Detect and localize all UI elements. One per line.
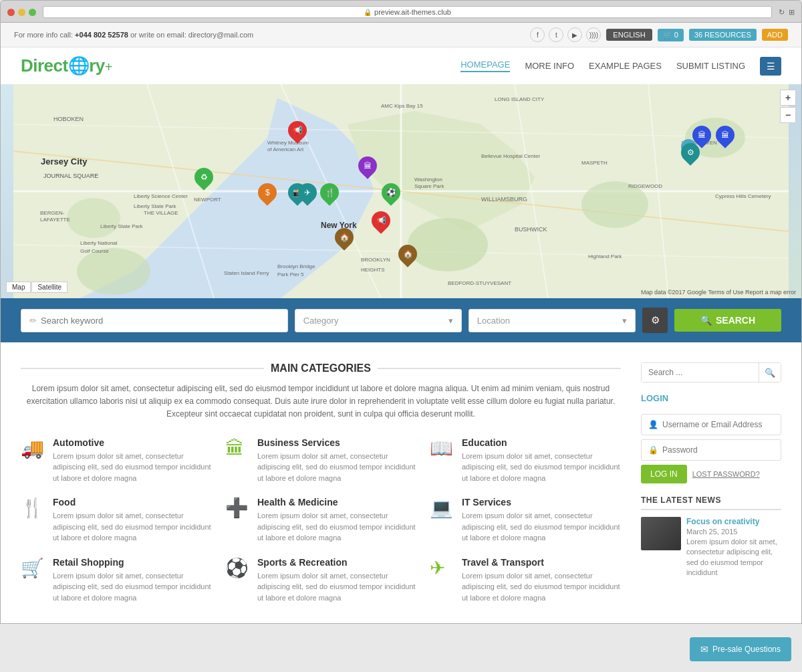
it-title: IT Services [462, 497, 621, 508]
language-button[interactable]: ENGLISH [606, 29, 652, 41]
satellite-view-button[interactable]: Satellite [31, 282, 68, 293]
address-bar[interactable]: 🔒 preview.ait-themes.club [43, 6, 772, 18]
category-dropdown[interactable]: Category ▾ [295, 309, 462, 332]
svg-text:MASPETH: MASPETH [581, 160, 608, 166]
login-section-title: LOGIN [641, 393, 781, 406]
maximize-dot[interactable] [29, 9, 36, 16]
zoom-out-button[interactable]: − [780, 107, 796, 123]
pin-icon: ✈ [304, 188, 311, 197]
svg-text:Liberty State Park: Liberty State Park [134, 203, 177, 209]
sidebar-search-button[interactable]: 🔍 [759, 363, 781, 382]
svg-text:BROOKLYN: BROOKLYN [361, 257, 390, 263]
svg-text:AMC Kips Bay 15: AMC Kips Bay 15 [381, 103, 423, 109]
svg-text:LONG ISLAND CITY: LONG ISLAND CITY [495, 96, 545, 102]
map-view-button[interactable]: Map [6, 282, 31, 293]
svg-text:BEDFORD-STUYVESANT: BEDFORD-STUYVESANT [448, 280, 511, 286]
browser-more[interactable]: ⊞ [789, 8, 795, 17]
category-retail[interactable]: 🛒 Retail Shopping Lorem ipsum dolor sit … [21, 557, 212, 604]
search-button[interactable]: 🔍 SEARCH [674, 309, 781, 332]
header: Direct🌐ry+ HOMEPAGE MORE INFO EXAMPLE PA… [1, 47, 801, 84]
hamburger-menu-button[interactable]: ☰ [760, 57, 781, 76]
food-icon: 🍴 [21, 497, 45, 519]
business-icon: 🏛 [225, 437, 249, 459]
category-automotive[interactable]: 🚚 Automotive Lorem ipsum dolor sit amet,… [21, 437, 212, 484]
sports-icon: ⚽ [225, 557, 249, 579]
keyword-search-input[interactable]: ✏ [21, 309, 288, 332]
password-input[interactable] [662, 445, 774, 455]
category-health[interactable]: ➕ Health & Medicine Lorem ipsum dolor si… [225, 497, 416, 544]
svg-text:LAFAYETTE: LAFAYETTE [40, 217, 70, 223]
pin-icon: 📢 [293, 126, 303, 135]
search-bar: ✏ Category ▾ Location ▾ ⚙ 🔍 SEARCH [1, 298, 801, 342]
youtube-icon[interactable]: ▶ [567, 27, 582, 42]
news-thumbnail[interactable] [641, 517, 681, 550]
user-icon: 👤 [648, 420, 658, 429]
travel-title: Travel & Transport [462, 557, 621, 568]
advanced-search-button[interactable]: ⚙ [642, 308, 668, 333]
svg-text:Liberty National: Liberty National [80, 240, 118, 246]
category-education[interactable]: 📖 Education Lorem ipsum dolor sit amet, … [430, 437, 621, 484]
category-food[interactable]: 🍴 Food Lorem ipsum dolor sit amet, conse… [21, 497, 212, 544]
close-dot[interactable] [7, 9, 15, 16]
category-business[interactable]: 🏛 Business Services Lorem ipsum dolor si… [225, 437, 416, 484]
map-attribution: Map data ©2017 Google Terms of Use Repor… [641, 289, 796, 296]
svg-text:THE VILLAGE: THE VILLAGE [144, 210, 178, 216]
svg-text:HOBOKEN: HOBOKEN [53, 116, 84, 122]
category-travel[interactable]: ✈ Travel & Transport Lorem ipsum dolor s… [430, 557, 621, 604]
logo-plus: + [105, 60, 112, 74]
main-content: MAIN CATEGORIES Lorem ipsum dolor sit am… [1, 342, 801, 623]
facebook-icon[interactable]: f [530, 27, 545, 42]
zoom-in-button[interactable]: + [780, 90, 796, 106]
username-input[interactable] [662, 420, 774, 429]
sidebar-search[interactable]: 🔍 [641, 362, 781, 382]
cart-button[interactable]: 🛒 0 [658, 29, 684, 41]
email-prefix: or write on email: [130, 31, 188, 39]
automotive-icon: 🚚 [21, 437, 45, 459]
browser-refresh[interactable]: ↻ [779, 8, 785, 17]
password-field[interactable]: 🔒 [641, 439, 781, 461]
add-button[interactable]: ADD [762, 29, 788, 41]
lost-password-button[interactable]: LOST PASSWORD? [692, 465, 760, 483]
location-dropdown[interactable]: Location ▾ [469, 309, 636, 332]
nav-more-info[interactable]: MORE INFO [525, 61, 574, 71]
news-title-link[interactable]: Focus on creativity [686, 517, 781, 526]
browser-titlebar: 🔒 preview.ait-themes.club ↻ ⊞ [7, 6, 795, 18]
username-field[interactable]: 👤 [641, 414, 781, 435]
category-it[interactable]: 💻 IT Services Lorem ipsum dolor sit amet… [430, 497, 621, 544]
svg-text:Highland Park: Highland Park [588, 253, 622, 259]
travel-desc: Lorem ipsum dolor sit amet, consectetur … [462, 570, 621, 604]
nav-homepage[interactable]: HOMEPAGE [460, 60, 510, 72]
svg-text:of American Art: of American Art [267, 146, 304, 152]
education-desc: Lorem ipsum dolor sit amet, consectetur … [462, 451, 621, 484]
login-button[interactable]: LOG IN [641, 465, 687, 483]
health-icon: ➕ [225, 497, 249, 519]
category-sports[interactable]: ⚽ Sports & Recreation Lorem ipsum dolor … [225, 557, 416, 604]
rss-icon[interactable]: )))) [586, 27, 601, 42]
health-title: Health & Medicine [257, 497, 416, 508]
logo[interactable]: Direct🌐ry+ [21, 55, 112, 76]
sports-title: Sports & Recreation [257, 557, 416, 568]
pin-icon: 🏠 [403, 249, 413, 259]
chevron-down-icon: ▾ [448, 316, 453, 326]
news-date: March 25, 2015 [686, 528, 781, 536]
category-label: Category [303, 316, 339, 326]
map-svg: HOBOKEN AMC Kips Bay 15 LONG ISLAND CITY… [1, 84, 801, 298]
lock-icon: 🔒 [364, 9, 372, 16]
map-container: HOBOKEN AMC Kips Bay 15 LONG ISLAND CITY… [1, 84, 801, 298]
svg-text:Whitney Museum: Whitney Museum [267, 140, 309, 146]
url-text: preview.ait-themes.club [374, 8, 451, 16]
pin-icon: 🏛 [721, 130, 729, 140]
minimize-dot[interactable] [18, 9, 25, 16]
sidebar-search-input[interactable] [642, 363, 759, 382]
top-bar-right: f t ▶ )))) ENGLISH 🛒 0 36 RESOURCES ADD [530, 27, 788, 42]
business-title: Business Services [257, 437, 416, 448]
resources-button[interactable]: 36 RESOURCES [689, 29, 757, 41]
keyword-input[interactable] [41, 316, 279, 326]
svg-text:Liberty Science Center: Liberty Science Center [134, 193, 188, 199]
svg-point-17 [67, 198, 120, 238]
info-text: For more info call: [14, 31, 75, 39]
svg-text:Bellevue Hospital Center: Bellevue Hospital Center [481, 153, 540, 159]
twitter-icon[interactable]: t [549, 27, 563, 42]
nav-example-pages[interactable]: EXAMPLE PAGES [589, 61, 662, 71]
nav-submit-listing[interactable]: SUBMIT LISTING [676, 61, 745, 71]
